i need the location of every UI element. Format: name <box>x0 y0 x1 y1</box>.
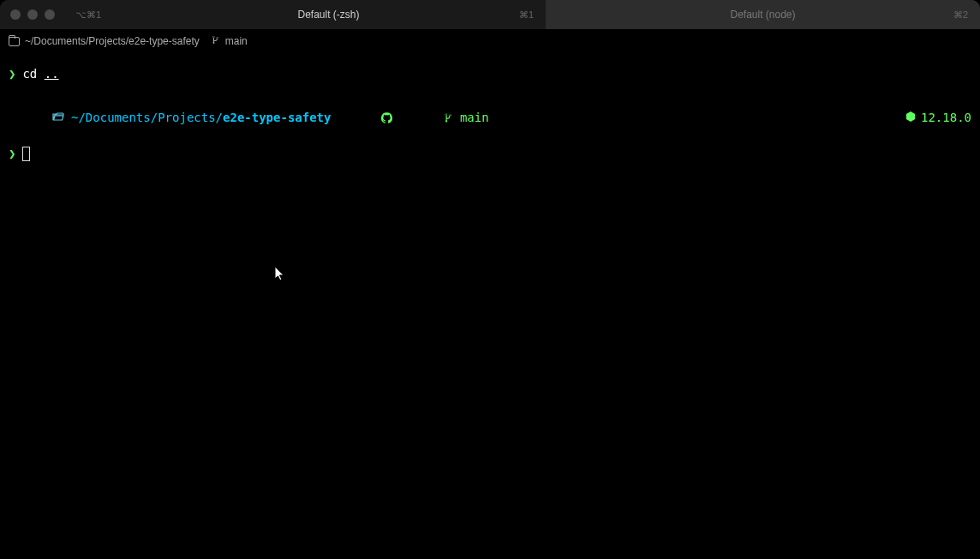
prompt-right-info: 12.18.0 <box>848 91 971 143</box>
node-icon <box>848 91 916 143</box>
branch-icon <box>212 35 220 48</box>
terminal-area[interactable]: ❯ cd .. ~/Documents/Projects/e2e-type-sa… <box>0 53 980 174</box>
prompt-input-line[interactable]: ❯ <box>9 145 971 162</box>
folder-icon <box>9 37 20 46</box>
node-version: 12.18.0 <box>921 109 971 126</box>
prompt-status-line: ~/Documents/Projects/e2e-type-safety mai… <box>9 91 971 143</box>
tab-shortcut: ⌘2 <box>953 9 968 21</box>
branch-icon <box>400 91 453 143</box>
zoom-window-button[interactable] <box>45 9 55 20</box>
tab-default-zsh[interactable]: Default (-zsh) ⌘1 <box>111 0 546 29</box>
mouse-pointer-icon <box>274 266 286 283</box>
titlebar: ⌥⌘1 Default (-zsh) ⌘1 Default (node) ⌘2 <box>0 0 980 29</box>
prompt-branch-name: main <box>460 109 489 126</box>
prompt-chevron-icon: ❯ <box>9 65 15 82</box>
path-bar: ~/Documents/Projects/e2e-type-safety mai… <box>0 29 980 53</box>
window-controls: ⌥⌘1 <box>0 0 111 29</box>
tab-label: Default (node) <box>730 9 795 21</box>
tab-bar: Default (-zsh) ⌘1 Default (node) ⌘2 <box>111 0 980 29</box>
new-tab-hint: ⌥⌘1 <box>75 9 101 21</box>
text-cursor <box>22 147 30 161</box>
minimize-window-button[interactable] <box>27 9 38 20</box>
tab-shortcut: ⌘1 <box>519 9 534 21</box>
path-segment-branch[interactable]: main <box>212 35 248 48</box>
github-icon <box>338 91 393 143</box>
path-text: ~/Documents/Projects/e2e-type-safety <box>25 35 200 47</box>
path-segment-folder[interactable]: ~/Documents/Projects/e2e-type-safety <box>9 35 200 47</box>
folder-open-icon <box>9 91 64 143</box>
branch-text: main <box>225 35 248 47</box>
close-window-button[interactable] <box>10 9 21 20</box>
tab-default-node[interactable]: Default (node) ⌘2 <box>546 0 980 29</box>
tab-label: Default (-zsh) <box>297 9 359 21</box>
prompt-chevron-icon: ❯ <box>9 145 15 162</box>
command-text: cd .. <box>22 65 58 82</box>
prompt-dir-name: e2e-type-safety <box>223 109 331 126</box>
prompt-path-prefix: ~/Documents/Projects/ <box>71 109 223 126</box>
history-line: ❯ cd .. <box>9 65 971 82</box>
